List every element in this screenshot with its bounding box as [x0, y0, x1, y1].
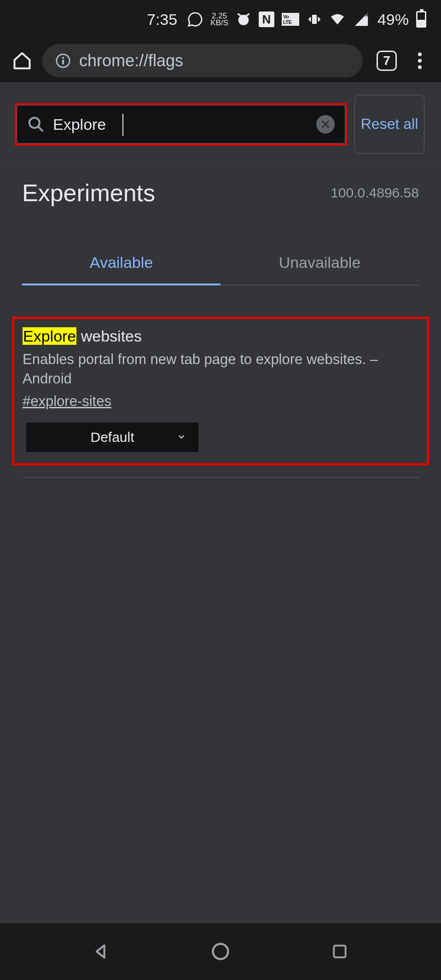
- flags-search-box[interactable]: [17, 105, 345, 144]
- flag-anchor-link[interactable]: #explore-sites: [23, 393, 111, 410]
- text-caret: [122, 114, 123, 136]
- nav-home-button[interactable]: [209, 939, 232, 963]
- clear-search-button[interactable]: [316, 115, 335, 133]
- dropdown-value: Default: [90, 429, 134, 445]
- svg-rect-1: [312, 15, 317, 24]
- flags-search-row: Reset all: [0, 83, 441, 166]
- network-speed-indicator: 2.25 KB/S: [210, 12, 228, 27]
- chevron-down-icon: [176, 429, 186, 445]
- nav-back-button[interactable]: [89, 939, 113, 963]
- divider: [22, 477, 419, 478]
- overflow-menu-button[interactable]: [410, 51, 430, 71]
- search-icon: [27, 116, 45, 133]
- android-nav-bar: [0, 923, 441, 980]
- alarm-icon: [236, 12, 251, 27]
- svg-line-7: [38, 127, 43, 131]
- svg-point-8: [213, 944, 228, 959]
- search-input[interactable]: [53, 116, 308, 133]
- svg-text:x: x: [365, 12, 368, 18]
- annotation-highlight: Explore websites Enables portal from new…: [12, 317, 429, 465]
- tab-available[interactable]: Available: [22, 242, 220, 285]
- svg-rect-9: [334, 945, 346, 957]
- volte-icon: Vo LTE: [282, 13, 299, 26]
- battery-percent: 49%: [377, 11, 409, 29]
- wifi-icon: [330, 12, 345, 27]
- flag-title: Explore websites: [23, 327, 418, 345]
- page-title: Experiments: [22, 179, 155, 207]
- battery-icon: [416, 11, 426, 28]
- svg-point-0: [238, 15, 249, 25]
- browser-toolbar: chrome://flags 7: [0, 39, 441, 83]
- tab-switcher-button[interactable]: 7: [377, 51, 397, 71]
- status-time: 7:35: [147, 11, 177, 29]
- search-match-highlight: Explore: [23, 327, 76, 345]
- tab-unavailable[interactable]: Unavailable: [220, 242, 419, 285]
- cell-signal-icon: x: [353, 12, 370, 27]
- nfc-icon: N: [259, 12, 274, 27]
- url-text: chrome://flags: [79, 51, 183, 70]
- android-status-bar: 7:35 2.25 KB/S N Vo LTE x 49%: [0, 0, 441, 39]
- whatsapp-icon: [187, 12, 203, 27]
- vibrate-icon: [307, 12, 322, 27]
- svg-rect-5: [62, 59, 64, 64]
- address-bar[interactable]: chrome://flags: [42, 44, 363, 77]
- page-info-icon: [55, 53, 71, 69]
- results-list: Explore websites Enables portal from new…: [0, 285, 441, 478]
- page-header: Experiments 100.0.4896.58: [0, 166, 441, 207]
- nav-recents-button[interactable]: [328, 939, 352, 963]
- version-label: 100.0.4896.58: [331, 185, 419, 201]
- flag-state-dropdown[interactable]: Default: [26, 423, 198, 452]
- reset-all-button[interactable]: Reset all: [354, 95, 424, 154]
- svg-point-4: [62, 57, 64, 58]
- tabs: Available Unavailable: [22, 242, 419, 285]
- flag-description: Enables portal from new tab page to expl…: [23, 350, 418, 389]
- home-button[interactable]: [11, 50, 33, 72]
